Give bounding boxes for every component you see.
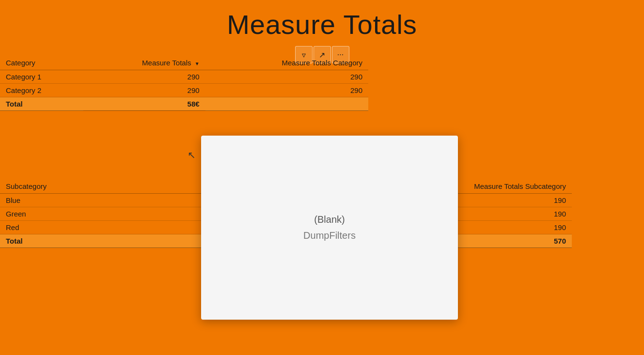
- table-row: Category 2 290 290: [0, 84, 368, 97]
- col-measure-totals-header[interactable]: Measure Totals ▼: [83, 56, 205, 70]
- col-measure-totals-category-header: Measure Totals Category: [205, 56, 368, 70]
- col-subcategory-header: Subcategory: [0, 179, 138, 194]
- page-title: Measure Totals: [0, 0, 644, 40]
- popup-line2: DumpFilters: [303, 230, 356, 241]
- popup-tooltip: (Blank) DumpFilters: [201, 136, 458, 320]
- popup-line1: (Blank): [314, 214, 345, 225]
- category-table-section: Category Measure Totals ▼ Measure Totals…: [0, 56, 368, 111]
- category-cell: Category 2: [0, 84, 83, 97]
- measure-totals-cell: 290: [83, 84, 205, 97]
- col-category-header: Category: [0, 56, 83, 70]
- subcategory-cell: Green: [0, 207, 138, 221]
- subcategory-cell: Blue: [0, 194, 138, 207]
- category-table: Category Measure Totals ▼ Measure Totals…: [0, 56, 368, 111]
- sort-arrow-icon: ▼: [195, 61, 200, 66]
- category-cell: Category 1: [0, 70, 83, 84]
- table1-header-row: Category Measure Totals ▼ Measure Totals…: [0, 56, 368, 70]
- total-measure-value: 58€: [83, 97, 205, 111]
- measure-totals-cell: 290: [83, 70, 205, 84]
- table-row: Category 1 290 290: [0, 70, 368, 84]
- subcategory-cell: Red: [0, 221, 138, 234]
- total-label: Total: [0, 97, 83, 111]
- total-label: Total: [0, 234, 138, 248]
- total-row: Total 58€: [0, 97, 368, 111]
- cursor: ↖: [188, 149, 196, 161]
- measure-totals-cat-cell: 290: [205, 70, 368, 84]
- total-cat-value: [205, 97, 368, 111]
- measure-totals-cat-cell: 290: [205, 84, 368, 97]
